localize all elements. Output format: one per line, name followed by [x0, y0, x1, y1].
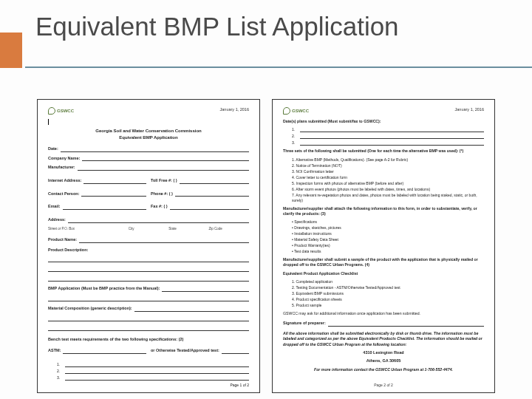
field-fax: Fax #: ( ) [151, 204, 249, 210]
field-email: Email: [48, 204, 146, 210]
input-bmp-app-lines[interactable] [48, 296, 249, 301]
input-product-desc[interactable] [48, 257, 249, 282]
field-material: Material Composition (generic descriptio… [48, 306, 249, 312]
input-company[interactable] [82, 156, 249, 161]
input-email[interactable] [63, 205, 146, 210]
checklist: 1. Completed application 2. Testing Docu… [292, 279, 484, 308]
form-title-line-2: Equivalent BMP Application [48, 134, 249, 140]
input-contact[interactable] [81, 191, 146, 197]
field-astm: ASTM: [48, 348, 146, 354]
attach-list: Specifications Drawings, sketches, pictu… [292, 219, 484, 254]
field-internet: Internet Address: [48, 178, 146, 184]
form-title: Georgia Soil and Water Conservation Comm… [48, 128, 249, 140]
text-cursor-icon [48, 119, 49, 125]
logo-text: GSWCC [292, 108, 309, 114]
gswcc-logo: GSWCC [48, 107, 74, 115]
header-date: January 1, 2016 [220, 107, 249, 113]
signature-row: Signature of preparer: [283, 321, 484, 327]
three-sets-heading: Three sets of the following shall be sub… [283, 149, 484, 154]
input-other-test[interactable] [222, 349, 249, 354]
field-address: Address: [48, 217, 249, 223]
page-1-footer: Page 1 of 2 [230, 383, 249, 388]
address-sublabels: Street or P.O. Box City State Zip Code [48, 227, 249, 231]
form-title-line-1: Georgia Soil and Water Conservation Comm… [48, 128, 249, 134]
sample-heading: Manufacturer/supplier shall submit a sam… [283, 257, 484, 268]
input-address[interactable] [68, 218, 249, 223]
field-date: Date: [48, 146, 249, 152]
input-tollfree[interactable] [180, 179, 249, 184]
checklist-heading: Equivalent Product Application Checklist [283, 271, 484, 276]
pages-container: GSWCC January 1, 2016 Georgia Soil and W… [0, 68, 532, 393]
ask-line: GSWCC may ask for additional information… [283, 311, 484, 316]
dates-list-p1: 1. 2. 3. [57, 362, 249, 381]
label-bench: Bench test meets requirements of the two… [48, 337, 249, 343]
dates-heading: Date(s) plans submitted (Must submit/fax… [283, 119, 484, 124]
field-bmp-app: BMP Application (Must be BMP practice fr… [48, 286, 249, 292]
input-material-lines[interactable] [48, 316, 249, 331]
input-date[interactable] [61, 147, 249, 152]
address-line-2: Athens, GA 30605 [283, 358, 484, 364]
address-line-1: 4310 Lexington Road [283, 350, 484, 356]
input-signature[interactable] [328, 321, 484, 327]
input-material[interactable] [134, 307, 249, 312]
input-astm[interactable] [63, 349, 146, 354]
field-contact: Contact Person: [48, 191, 146, 197]
date-entry-3[interactable] [65, 375, 249, 381]
input-manufacturer[interactable] [78, 166, 249, 171]
accent-block [0, 33, 22, 68]
logo-text: GSWCC [57, 108, 74, 114]
title-bar: Equivalent BMP List Application [0, 0, 532, 68]
field-other-test: or Otherwise Tested/Approved test: [151, 348, 249, 354]
input-fax[interactable] [170, 205, 249, 210]
input-internet[interactable] [83, 179, 146, 184]
application-page-1: GSWCC January 1, 2016 Georgia Soil and W… [37, 99, 260, 393]
date-entry-2[interactable] [65, 369, 249, 374]
page-2-footer: Page 2 of 2 [273, 383, 494, 388]
field-manufacturer: Manufacturer: [48, 165, 249, 171]
swirl-icon [48, 107, 55, 115]
p2-date-1[interactable] [300, 127, 484, 132]
p2-date-3[interactable] [300, 140, 484, 146]
footer-note: All the above information shall be submi… [283, 331, 484, 347]
field-phone: Phone #: ( ) [151, 191, 249, 197]
p2-date-2[interactable] [300, 134, 484, 139]
application-page-2: GSWCC January 1, 2016 Date(s) plans subm… [272, 99, 495, 393]
header-date: January 1, 2016 [455, 107, 484, 113]
field-product-name: Product Name: [48, 237, 249, 243]
date-entry-1[interactable] [65, 362, 249, 367]
page-title: Equivalent BMP List Application [25, 6, 532, 68]
label-product-desc: Product Description: [48, 248, 249, 253]
swirl-icon [283, 107, 290, 115]
gswcc-logo: GSWCC [283, 107, 309, 115]
input-bmp-app[interactable] [162, 287, 249, 292]
field-tollfree: Toll Free #: ( ) [151, 178, 249, 184]
attach-heading: Manufacturer/supplier shall attach the f… [283, 206, 484, 217]
three-sets-list: 1. Alternative BMP (Methods, Qualificati… [292, 157, 484, 203]
dates-list: 1. 2. 3. [292, 127, 484, 146]
input-phone[interactable] [175, 191, 249, 197]
field-company: Company Name: [48, 156, 249, 162]
more-info: For more information contact the GSWCC U… [283, 367, 484, 372]
input-product-name[interactable] [79, 238, 249, 243]
